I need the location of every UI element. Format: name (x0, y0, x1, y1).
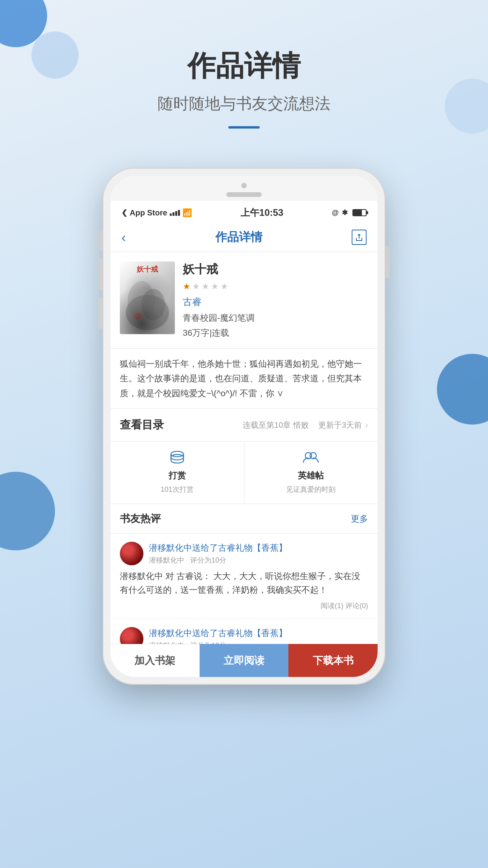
add-shelf-button[interactable]: 加入书架 (110, 644, 200, 677)
book-cover: 妖十戒 (120, 261, 175, 334)
phone-wrapper: ❮ App Store 📶 上午10:53 @ ✱ (0, 168, 488, 685)
book-author[interactable]: 古睿 (183, 296, 368, 308)
book-name: 妖十戒 (183, 261, 368, 278)
book-genre: 青春校园-魔幻笔调 (183, 312, 368, 324)
battery-fill (353, 210, 362, 215)
review-header-1: 潜移默化中送给了古睿礼物【香蕉】 潜移默化中 评分为10分 (120, 542, 368, 565)
review-avatar-1 (120, 542, 143, 565)
phone-top-area (110, 176, 378, 201)
tip-action[interactable]: 打赏 101次打赏 (110, 441, 244, 504)
cover-ink-svg (122, 269, 173, 332)
review-title-row-1: 潜移默化中送给了古睿礼物【香蕉】 潜移默化中 评分为10分 (149, 542, 368, 565)
toc-label: 查看目录 (120, 417, 164, 432)
toc-updated: 更新于3天前 (318, 420, 362, 430)
nav-title: 作品详情 (215, 229, 262, 245)
page-subtitle: 随时随地与书友交流想法 (0, 93, 488, 114)
share-button[interactable] (352, 230, 367, 245)
bluetooth-icon: ✱ (342, 208, 348, 217)
read-now-button[interactable]: 立即阅读 (200, 644, 289, 677)
hero-post-label: 英雄帖 (298, 470, 324, 482)
hero-post-sublabel: 见证真爱的时刻 (286, 485, 336, 494)
review-item-1: 潜移默化中送给了古睿礼物【香蕉】 潜移默化中 评分为10分 潜移默化中 对 古睿… (110, 534, 378, 618)
title-divider (228, 126, 260, 129)
tip-icon (170, 451, 185, 467)
star-5: ★ (220, 281, 228, 292)
status-time: 上午10:53 (240, 206, 283, 219)
actions-row: 打赏 101次打赏 英雄帖 见证真爱的时刻 (110, 441, 378, 504)
toc-info: 连载至第10章 惜败 更新于3天前 › (243, 419, 368, 430)
review-title-1[interactable]: 潜移默化中送给了古睿礼物【香蕉】 (149, 542, 368, 554)
download-button[interactable]: 下载本书 (288, 644, 378, 677)
wifi-icon: 📶 (182, 208, 192, 217)
book-description: 狐仙祠一别成千年，他杀她十世；狐仙祠再遇如初见，他守她一生。这个故事讲的是道，也… (110, 349, 378, 409)
star-1: ★ (183, 281, 191, 292)
toc-row[interactable]: 查看目录 连载至第10章 惜败 更新于3天前 › (110, 409, 378, 441)
bottom-bar: 加入书架 立即阅读 下载本书 (110, 644, 378, 677)
bg-decoration-2 (31, 31, 79, 79)
star-2: ★ (192, 281, 200, 292)
phone-speaker (226, 192, 262, 197)
tip-sublabel: 101次打赏 (161, 485, 194, 494)
phone-screen: ❮ App Store 📶 上午10:53 @ ✱ (110, 176, 378, 677)
book-desc-text: 狐仙祠一别成千年，他杀她十世；狐仙祠再遇如初见，他守她一生。这个故事讲的是道，也… (120, 359, 362, 398)
phone-mute-button (99, 231, 103, 250)
review-title-2[interactable]: 潜移默化中送给了古睿礼物【香蕉】 (149, 627, 368, 639)
review-meta-1: 潜移默化中 评分为10分 (149, 555, 368, 565)
hero-post-action[interactable]: 英雄帖 见证真爱的时刻 (244, 441, 378, 504)
review-user-1: 潜移默化中 (149, 556, 184, 564)
phone-volume-down-button (99, 298, 103, 329)
book-cover-title-text: 妖十戒 (137, 265, 158, 274)
page-header: 作品详情 随时随地与书友交流想法 (0, 0, 488, 144)
review-footer-1: 阅读(1) 评论(0) (120, 601, 368, 611)
reviews-header: 书友热评 更多 (110, 504, 378, 534)
book-cover-art: 妖十戒 (120, 261, 175, 334)
book-details: 妖十戒 ★ ★ ★ ★ ★ 古睿 青春校园-魔幻笔调 36万字|连载 (183, 261, 368, 339)
review-content-1: 潜移默化中 对 古睿说： 大大，大大，听说你想生猴子，实在没有什么可送的，送一筐… (120, 569, 368, 597)
status-left: ❮ App Store 📶 (121, 208, 192, 217)
app-nav-bar: ‹ 作品详情 (110, 223, 378, 252)
toc-chevron: › (365, 419, 368, 430)
back-button[interactable]: ‹ (121, 230, 126, 245)
phone-mockup: ❮ App Store 📶 上午10:53 @ ✱ (103, 168, 385, 685)
reviews-more-button[interactable]: 更多 (351, 513, 368, 525)
star-3: ★ (202, 281, 209, 292)
review-comment-count-1: 评论(0) (345, 602, 368, 610)
svg-point-2 (141, 289, 165, 320)
tip-label: 打赏 (169, 470, 186, 482)
avatar-berries-1 (120, 542, 143, 565)
reviews-title: 书友热评 (120, 512, 161, 526)
review-read-count-1: 阅读(1) (321, 602, 343, 610)
review-rating-1: 评分为10分 (190, 556, 226, 564)
carrier-label: App Store (130, 208, 167, 217)
svg-point-4 (138, 313, 141, 316)
star-4: ★ (211, 281, 219, 292)
hero-post-icon (303, 451, 319, 467)
book-info-section: 妖十戒 妖十戒 (110, 252, 378, 349)
status-right: @ ✱ (332, 208, 367, 217)
battery-icon (352, 209, 367, 216)
signal-icon (170, 210, 180, 216)
phone-power-button (385, 246, 389, 278)
status-bar: ❮ App Store 📶 上午10:53 @ ✱ (110, 201, 378, 223)
phone-volume-up-button (99, 258, 103, 290)
location-icon: @ (332, 209, 339, 217)
carrier-back-icon: ❮ (121, 208, 127, 217)
front-camera (241, 183, 247, 188)
book-rating: ★ ★ ★ ★ ★ (183, 281, 368, 292)
book-word-count: 36万字|连载 (183, 327, 368, 339)
toc-chapter: 连载至第10章 惜败 (243, 420, 309, 430)
